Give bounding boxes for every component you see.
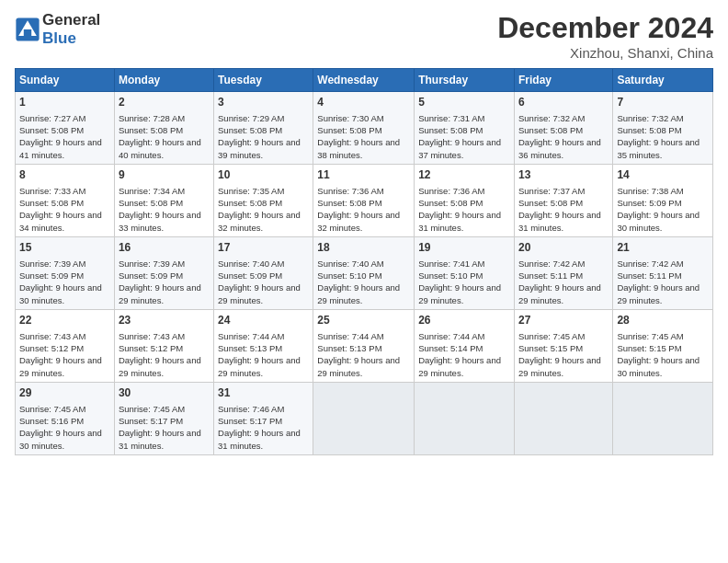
daylight-text: Daylight: 9 hours and 41 minutes. [19,137,102,159]
calendar-page: General Blue December 2024 Xinzhou, Shan… [0,0,728,563]
sunset-text: Sunset: 5:13 PM [317,343,381,353]
day-number: 20 [518,240,609,256]
sunset-text: Sunset: 5:15 PM [617,343,681,353]
sunset-text: Sunset: 5:08 PM [518,125,583,135]
day-cell: 8Sunrise: 7:33 AMSunset: 5:08 PMDaylight… [16,164,115,236]
sunset-text: Sunset: 5:08 PM [518,198,583,208]
sunrise-text: Sunrise: 7:45 AM [119,404,185,414]
sunset-text: Sunset: 5:08 PM [19,125,84,135]
day-cell: 11Sunrise: 7:36 AMSunset: 5:08 PMDayligh… [313,164,415,236]
sunset-text: Sunset: 5:08 PM [218,198,282,208]
daylight-text: Daylight: 9 hours and 35 minutes. [617,137,700,159]
day-cell: 21Sunrise: 7:42 AMSunset: 5:11 PMDayligh… [613,236,713,309]
sunset-text: Sunset: 5:08 PM [418,198,483,208]
day-cell: 22Sunrise: 7:43 AMSunset: 5:12 PMDayligh… [16,309,115,382]
week-row-5: 29Sunrise: 7:45 AMSunset: 5:16 PMDayligh… [16,382,713,454]
sunset-text: Sunset: 5:15 PM [518,343,583,353]
sunrise-text: Sunrise: 7:34 AM [119,186,185,196]
header-day-tuesday: Tuesday [214,69,313,92]
sunset-text: Sunset: 5:08 PM [119,125,183,135]
svg-rect-2 [24,29,31,36]
day-cell: 17Sunrise: 7:40 AMSunset: 5:09 PMDayligh… [214,236,313,309]
daylight-text: Daylight: 9 hours and 39 minutes. [218,137,301,159]
day-cell: 18Sunrise: 7:40 AMSunset: 5:10 PMDayligh… [313,236,415,309]
day-cell: 19Sunrise: 7:41 AMSunset: 5:10 PMDayligh… [415,236,515,309]
day-cell: 29Sunrise: 7:45 AMSunset: 5:16 PMDayligh… [16,382,115,454]
day-number: 4 [317,95,410,110]
day-cell: 30Sunrise: 7:45 AMSunset: 5:17 PMDayligh… [114,382,213,454]
sunrise-text: Sunrise: 7:32 AM [518,113,585,123]
daylight-text: Daylight: 9 hours and 29 minutes. [317,355,400,377]
sunrise-text: Sunrise: 7:41 AM [418,259,484,269]
day-cell: 2Sunrise: 7:28 AMSunset: 5:08 PMDaylight… [114,92,213,165]
header-row: SundayMondayTuesdayWednesdayThursdayFrid… [16,69,713,92]
daylight-text: Daylight: 9 hours and 31 minutes. [119,428,201,450]
daylight-text: Daylight: 9 hours and 40 minutes. [119,137,201,159]
sunset-text: Sunset: 5:08 PM [19,198,84,208]
daylight-text: Daylight: 9 hours and 38 minutes. [317,137,400,159]
day-number: 19 [418,240,510,256]
sunset-text: Sunset: 5:09 PM [119,270,183,281]
logo: General Blue [15,11,100,48]
daylight-text: Daylight: 9 hours and 29 minutes. [617,282,700,304]
daylight-text: Daylight: 9 hours and 29 minutes. [518,355,601,377]
sunset-text: Sunset: 5:14 PM [418,343,483,353]
sunset-text: Sunset: 5:08 PM [317,198,381,208]
calendar-table: SundayMondayTuesdayWednesdayThursdayFrid… [15,68,713,455]
sunset-text: Sunset: 5:08 PM [317,125,381,135]
daylight-text: Daylight: 9 hours and 36 minutes. [518,137,601,159]
sunrise-text: Sunrise: 7:31 AM [418,113,484,123]
sunrise-text: Sunrise: 7:44 AM [218,331,284,341]
day-cell: 27Sunrise: 7:45 AMSunset: 5:15 PMDayligh… [514,309,612,382]
day-number: 18 [317,240,410,256]
sunrise-text: Sunrise: 7:30 AM [317,113,383,123]
daylight-text: Daylight: 9 hours and 34 minutes. [19,210,102,232]
day-number: 22 [19,313,110,328]
day-cell: 3Sunrise: 7:29 AMSunset: 5:08 PMDaylight… [214,92,313,165]
daylight-text: Daylight: 9 hours and 29 minutes. [418,355,501,377]
sunset-text: Sunset: 5:09 PM [19,270,84,281]
header-day-wednesday: Wednesday [313,69,415,92]
sunrise-text: Sunrise: 7:39 AM [119,259,185,269]
day-number: 27 [518,313,609,328]
day-number: 21 [617,240,709,256]
sunrise-text: Sunrise: 7:43 AM [119,331,185,341]
sunrise-text: Sunrise: 7:40 AM [218,259,284,269]
day-number: 10 [218,167,309,183]
sunrise-text: Sunrise: 7:32 AM [617,113,683,123]
logo-text: General Blue [42,11,100,48]
day-number: 13 [518,167,609,183]
day-cell: 28Sunrise: 7:45 AMSunset: 5:15 PMDayligh… [613,309,713,382]
sunrise-text: Sunrise: 7:29 AM [218,113,284,123]
daylight-text: Daylight: 9 hours and 29 minutes. [119,282,201,304]
sunset-text: Sunset: 5:08 PM [119,198,183,208]
sunrise-text: Sunrise: 7:42 AM [617,259,683,269]
sunrise-text: Sunrise: 7:36 AM [317,186,383,196]
day-cell: 4Sunrise: 7:30 AMSunset: 5:08 PMDaylight… [313,92,415,165]
daylight-text: Daylight: 9 hours and 30 minutes. [19,282,102,304]
month-title: December 2024 [497,11,713,45]
sunrise-text: Sunrise: 7:40 AM [317,259,383,269]
day-cell: 5Sunrise: 7:31 AMSunset: 5:08 PMDaylight… [415,92,515,165]
sunset-text: Sunset: 5:11 PM [518,270,583,281]
day-number: 11 [317,167,410,183]
day-number: 26 [418,313,510,328]
sunset-text: Sunset: 5:08 PM [617,125,681,135]
day-cell: 23Sunrise: 7:43 AMSunset: 5:12 PMDayligh… [114,309,213,382]
logo-icon [15,17,40,42]
sunset-text: Sunset: 5:12 PM [19,343,84,353]
daylight-text: Daylight: 9 hours and 32 minutes. [218,210,301,232]
sunset-text: Sunset: 5:11 PM [617,270,681,281]
sunrise-text: Sunrise: 7:27 AM [19,113,85,123]
sunrise-text: Sunrise: 7:33 AM [19,186,85,196]
week-row-4: 22Sunrise: 7:43 AMSunset: 5:12 PMDayligh… [16,309,713,382]
day-cell: 12Sunrise: 7:36 AMSunset: 5:08 PMDayligh… [415,164,515,236]
sunrise-text: Sunrise: 7:44 AM [317,331,383,341]
day-cell: 1Sunrise: 7:27 AMSunset: 5:08 PMDaylight… [16,92,115,165]
sunrise-text: Sunrise: 7:28 AM [119,113,185,123]
day-cell [613,382,713,454]
sunset-text: Sunset: 5:13 PM [218,343,282,353]
sunrise-text: Sunrise: 7:35 AM [218,186,284,196]
day-number: 16 [119,240,210,256]
sunset-text: Sunset: 5:08 PM [218,125,282,135]
